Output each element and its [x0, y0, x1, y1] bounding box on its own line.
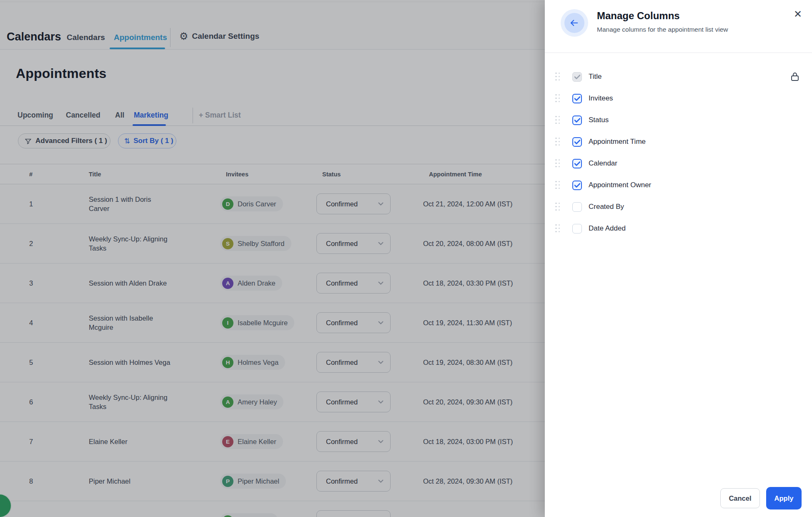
topnav-tab-appointments[interactable]: Appointments [114, 33, 167, 42]
appointment-title[interactable]: Piper Michael [83, 477, 173, 486]
column-checkbox[interactable] [572, 72, 582, 82]
column-checkbox[interactable] [572, 94, 582, 103]
table-row[interactable]: 8 Piper Michael P Piper Michael Confirme… [0, 462, 545, 501]
invitee-chip[interactable]: I Isabelle Mcguire [220, 315, 294, 330]
column-label: Date Added [589, 224, 626, 233]
drag-handle-icon[interactable] [555, 94, 560, 103]
drag-handle-icon[interactable] [555, 203, 560, 211]
avatar: H [222, 357, 233, 368]
status-dropdown[interactable]: Confirmed [316, 273, 391, 294]
status-dropdown[interactable]: Confirmed [316, 510, 391, 517]
cancel-button[interactable]: Cancel [720, 488, 760, 508]
column-checkbox[interactable] [572, 202, 582, 212]
apply-button[interactable]: Apply [766, 487, 802, 509]
check-icon [574, 75, 580, 79]
status-dropdown[interactable]: Confirmed [316, 193, 391, 214]
status-dropdown[interactable]: Confirmed [316, 471, 391, 492]
appointment-title[interactable]: Session 1 with Doris Carver [83, 195, 173, 213]
column-checkbox[interactable] [572, 181, 582, 190]
appointment-title[interactable]: Session with Holmes Vega [83, 358, 173, 367]
drag-handle-icon[interactable] [555, 224, 560, 233]
add-smart-list-button[interactable]: + Smart List [199, 111, 241, 120]
table-row[interactable]: 2 Weekly Sync-Up: Aligning Tasks S Shelb… [0, 224, 545, 264]
back-button-circle [564, 13, 584, 33]
appointment-title[interactable]: Weekly Sync-Up: Aligning Tasks [83, 234, 173, 253]
drag-handle-icon[interactable] [555, 181, 560, 190]
row-number: 6 [23, 398, 83, 406]
column-header-title: Title [83, 171, 220, 178]
invitee-cell: A Amery Haley [220, 394, 316, 409]
row-number: 4 [23, 319, 83, 327]
status-dropdown[interactable]: Confirmed [316, 233, 391, 254]
column-label: Invitees [589, 94, 613, 103]
appointments-page: Calendars Calendars Appointments ⚙ Calen… [0, 0, 545, 517]
invitee-chip[interactable]: H Holmes Vega [220, 355, 285, 370]
invitee-chip[interactable]: E Elaine Keller [220, 434, 283, 449]
tab-marketing[interactable]: Marketing [134, 111, 168, 120]
drag-handle-icon[interactable] [555, 116, 560, 125]
chevron-down-icon [378, 202, 383, 206]
invitee-chip[interactable]: S Shelby Stafford [220, 236, 291, 251]
status-dropdown[interactable]: Confirmed [316, 431, 391, 452]
sort-by-button[interactable]: ⇅ Sort By ( 1 ) [118, 133, 176, 148]
table-row[interactable]: 1 Session 1 with Doris Carver D Doris Ca… [0, 184, 545, 224]
close-icon[interactable]: ✕ [791, 8, 804, 21]
topnav-tab-calendars[interactable]: Calendars [67, 33, 105, 42]
filter-icon [25, 138, 32, 145]
table-row[interactable]: 5 Session with Holmes Vega H Holmes Vega… [0, 343, 545, 382]
status-dropdown[interactable]: Confirmed [316, 352, 391, 373]
drag-handle-icon[interactable] [555, 73, 560, 81]
invitee-chip[interactable]: H Harley Kim [220, 513, 278, 517]
tab-upcoming[interactable]: Upcoming [18, 111, 53, 120]
column-checkbox[interactable] [572, 137, 582, 147]
appointment-time: Oct 18, 2024, 03:00 PM (IST) [423, 438, 545, 446]
invitee-name: Doris Carver [238, 200, 276, 208]
status-dropdown[interactable]: Confirmed [316, 312, 391, 333]
appointment-time: Oct 21, 2024, 12:00 AM (IST) [423, 200, 545, 208]
appointment-title[interactable]: Session with Alden Drake [83, 279, 173, 288]
status-dropdown[interactable]: Confirmed [316, 392, 391, 412]
avatar: H [222, 515, 233, 517]
column-checkbox[interactable] [572, 224, 582, 233]
column-toggle-row: Status [545, 109, 812, 131]
invitee-name: Elaine Keller [238, 438, 276, 446]
back-button[interactable] [561, 9, 588, 37]
advanced-filters-button[interactable]: Advanced Filters ( 1 ) [18, 133, 110, 148]
status-cell: Confirmed [316, 233, 423, 254]
status-cell: Confirmed [316, 273, 423, 294]
status-value: Confirmed [326, 438, 358, 446]
table-row[interactable]: 6 Weekly Sync-Up: Aligning Tasks A Amery… [0, 382, 545, 422]
table-row[interactable]: 7 Elaine Keller E Elaine Keller Confirme… [0, 422, 545, 462]
divider [170, 28, 170, 47]
invitee-chip[interactable]: P Piper Michael [220, 474, 286, 489]
column-label: Calendar [589, 159, 617, 168]
invitee-cell: H Harley Kim [220, 513, 316, 517]
invitee-chip[interactable]: A Amery Haley [220, 394, 283, 409]
column-checkbox[interactable] [572, 159, 582, 168]
table-row[interactable]: 9 Harley Kim H Harley Kim Confirmed Oct … [0, 501, 545, 517]
invitee-chip[interactable]: A Alden Drake [220, 276, 282, 291]
appointment-title[interactable]: Session with Isabelle Mcguire [83, 314, 173, 332]
table-row[interactable]: 4 Session with Isabelle Mcguire I Isabel… [0, 303, 545, 343]
check-icon [574, 118, 580, 123]
tab-all[interactable]: All [115, 111, 124, 120]
column-checkbox[interactable] [572, 115, 582, 125]
drag-handle-icon[interactable] [555, 159, 560, 168]
check-icon [574, 96, 580, 101]
appointment-time: Oct 19, 2024, 11:30 AM (IST) [423, 319, 545, 327]
drag-handle-icon[interactable] [555, 138, 560, 146]
back-arrow-icon [570, 19, 579, 27]
column-toggle-row: Date Added [545, 218, 812, 239]
invitee-name: Isabelle Mcguire [238, 319, 288, 327]
tab-cancelled[interactable]: Cancelled [66, 111, 100, 120]
panel-title: Manage Columns [597, 10, 680, 22]
invitee-chip[interactable]: D Doris Carver [220, 196, 283, 211]
row-number: 1 [23, 200, 83, 208]
table-row[interactable]: 3 Session with Alden Drake A Alden Drake… [0, 264, 545, 303]
appointment-title[interactable]: Elaine Keller [83, 437, 173, 446]
calendar-settings-button[interactable]: ⚙ Calendar Settings [179, 31, 259, 41]
table-body: 1 Session 1 with Doris Carver D Doris Ca… [0, 184, 545, 517]
filter-toolbar: Advanced Filters ( 1 ) ⇅ Sort By ( 1 ) [0, 133, 545, 150]
avatar: A [222, 397, 233, 408]
appointment-title[interactable]: Weekly Sync-Up: Aligning Tasks [83, 393, 173, 412]
